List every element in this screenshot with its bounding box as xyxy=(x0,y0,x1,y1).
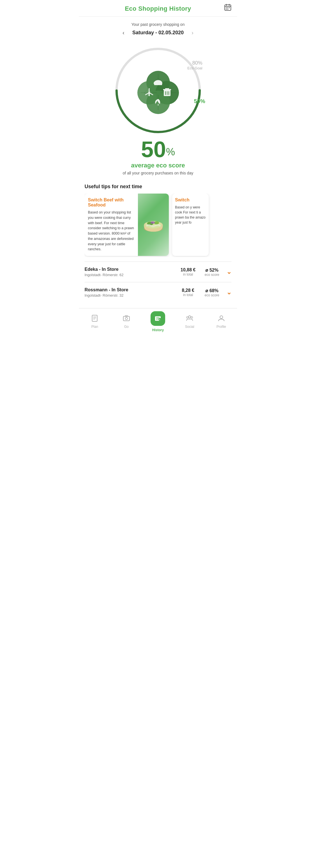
svg-point-53 xyxy=(125,317,128,320)
eco-goal-percent: 80% xyxy=(187,60,202,66)
store-info-rossmann: Rossmann - In Store Ingolstadt- Römerstr… xyxy=(85,287,175,298)
nav-item-plan[interactable]: Plan xyxy=(79,315,111,329)
nav-label-social: Social xyxy=(185,325,194,329)
svg-point-63 xyxy=(220,316,223,318)
store-item-rossmann[interactable]: Rossmann - In Store Ingolstadt- Römerstr… xyxy=(85,282,231,303)
eco-goal-text: Eco Goal xyxy=(187,66,202,70)
score-section: 50% average eco score of all your grocer… xyxy=(79,135,237,181)
social-icon xyxy=(186,315,193,323)
tip-card-1-image xyxy=(138,193,169,256)
tip-card-2-body: Based on y were cook For next ti a prawn… xyxy=(175,205,206,225)
svg-point-62 xyxy=(191,317,193,318)
store-eco-rossmann: ⌀ 68% eco score xyxy=(201,288,222,297)
store-name-rossmann: Rossmann - In Store xyxy=(85,287,175,292)
svg-rect-6 xyxy=(229,7,230,8)
tip-card-1-title: Switch Beef with Seafood xyxy=(88,197,134,208)
svg-rect-7 xyxy=(226,9,227,9)
prev-date-button[interactable]: ‹ xyxy=(120,28,127,37)
store-list: Edeka - In Store Ingolstadt- Römerstr. 6… xyxy=(79,261,237,303)
store-addr-edeka: Ingolstadt- Römerstr. 62 xyxy=(85,273,175,277)
score-label: average eco score xyxy=(85,162,231,169)
svg-rect-8 xyxy=(227,9,228,9)
store-eco-lbl-rossmann: eco score xyxy=(201,293,222,297)
store-eco-lbl-edeka: eco score xyxy=(201,273,222,277)
date-subtitle: Your past grocery shopping on xyxy=(85,22,231,27)
tip-card-1[interactable]: Switch Beef with Seafood Based on your s… xyxy=(85,193,169,256)
profile-icon xyxy=(218,315,225,323)
calendar-icon[interactable] xyxy=(224,4,231,13)
nav-item-social[interactable]: Social xyxy=(174,315,206,329)
app-header: Eco Shopping History xyxy=(79,0,237,17)
next-date-button[interactable]: › xyxy=(189,28,196,37)
store-name-edeka: Edeka - In Store xyxy=(85,267,175,272)
store-info-edeka: Edeka - In Store Ingolstadt- Römerstr. 6… xyxy=(85,267,175,277)
store-price-rossmann: 8,28 € in total xyxy=(178,288,198,297)
svg-point-61 xyxy=(187,317,188,318)
svg-rect-52 xyxy=(123,316,129,321)
nav-item-go[interactable]: Go xyxy=(111,315,143,329)
store-eco-val-rossmann: ⌀ 68% xyxy=(201,288,222,293)
page-title: Eco Shopping History xyxy=(125,5,191,12)
store-chevron-edeka[interactable]: ⌄ xyxy=(226,268,231,276)
svg-rect-48 xyxy=(92,315,97,321)
svg-rect-32 xyxy=(149,88,150,92)
store-price-lbl-rossmann: in total xyxy=(178,293,198,297)
tip-card-2[interactable]: Switch Based on y were cook For next ti … xyxy=(172,193,209,256)
eco-score-circle: 80% Eco Goal 50% xyxy=(113,45,203,135)
clover-graphic xyxy=(130,62,186,119)
plan-icon xyxy=(91,315,98,323)
nav-item-profile[interactable]: Profile xyxy=(205,315,237,329)
svg-rect-4 xyxy=(226,7,227,8)
score-sub-label: of all your grocery purchases on this da… xyxy=(85,171,231,175)
nav-label-go: Go xyxy=(124,325,129,329)
date-navigation: Your past grocery shopping on ‹ Saturday… xyxy=(79,17,237,40)
nav-item-history[interactable]: History xyxy=(142,311,174,332)
go-icon xyxy=(123,315,130,323)
svg-point-60 xyxy=(188,316,191,318)
nav-label-plan: Plan xyxy=(91,325,98,329)
eco-goal-label: 80% Eco Goal xyxy=(187,60,202,70)
svg-rect-5 xyxy=(227,7,228,8)
nav-label-profile: Profile xyxy=(217,325,226,329)
store-eco-edeka: ⌀ 52% eco score xyxy=(201,268,222,277)
history-active-button[interactable] xyxy=(151,311,165,326)
score-number: 50 xyxy=(141,138,166,161)
store-price-val-edeka: 10,88 € xyxy=(178,268,198,273)
svg-rect-38 xyxy=(165,88,169,89)
store-price-edeka: 10,88 € in total xyxy=(178,268,198,276)
tip-card-1-body: Based on your shopping list you were coo… xyxy=(88,210,134,252)
svg-point-47 xyxy=(151,221,155,224)
store-addr-rossmann: Ingolstadt- Römerstr. 32 xyxy=(85,293,175,298)
tips-scroll-container[interactable]: Switch Beef with Seafood Based on your s… xyxy=(85,193,231,257)
tips-title: Useful tips for next time xyxy=(85,184,231,190)
svg-rect-30 xyxy=(154,83,162,85)
score-percent-symbol: % xyxy=(166,146,175,158)
nav-label-history: History xyxy=(152,328,164,332)
store-price-lbl-edeka: in total xyxy=(178,273,198,276)
store-chevron-rossmann[interactable]: ⌄ xyxy=(226,289,231,296)
current-date: Saturday - 02.05.2020 xyxy=(132,30,184,36)
svg-rect-35 xyxy=(149,93,150,96)
current-score-label: 50% xyxy=(194,98,205,104)
store-item-edeka[interactable]: Edeka - In Store Ingolstadt- Römerstr. 6… xyxy=(85,261,231,282)
tip-card-2-title: Switch xyxy=(175,197,206,203)
bottom-navigation: Plan Go History xyxy=(79,308,237,336)
store-price-val-rossmann: 8,28 € xyxy=(178,288,198,293)
tips-section: Useful tips for next time Switch Beef wi… xyxy=(79,181,237,261)
store-eco-val-edeka: ⌀ 52% xyxy=(201,268,222,273)
